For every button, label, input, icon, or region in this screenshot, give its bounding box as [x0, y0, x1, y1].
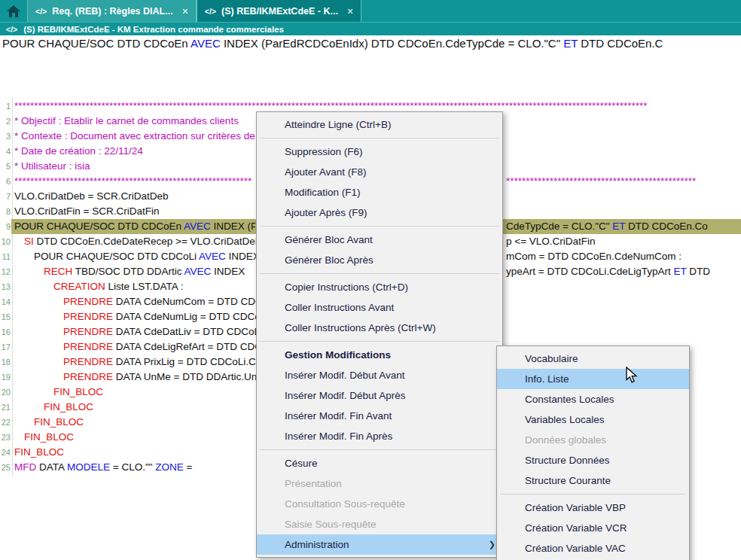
submenu-item-info-liste[interactable]: Info. Liste	[497, 369, 689, 389]
code-segment: ypeArt = DTD CDCoLi.CdeLigTypArt	[506, 266, 673, 277]
submenu-item-donnees-globales: Données globales	[497, 430, 689, 450]
menu-item-modification-f1[interactable]: Modification (F1)	[257, 182, 502, 202]
menu-item-label: Création Variable VBP	[525, 502, 626, 513]
menu-item-inserer-modif-fin-apres[interactable]: Insérer Modif. Fin Après	[257, 426, 502, 446]
code-segment: PRENDRE	[63, 326, 113, 337]
tabs-container: </>Req. (REB) : Règles DIAL...×</>(S) RE…	[27, 0, 361, 22]
submenu-item-creation-variable-vac[interactable]: Création Variable VAC	[497, 538, 689, 558]
menu-item-atteindre-ligne-ctrl-b[interactable]: Atteindre Ligne (Ctrl+B)	[257, 114, 502, 135]
line-number: 24	[0, 445, 11, 460]
code-segment: CREATION	[53, 281, 105, 292]
code-segment: MFD	[14, 461, 36, 473]
code-segment: Liste LST.DATA :	[105, 281, 184, 292]
line-number: 11	[0, 249, 11, 264]
code-segment: PRENDRE	[63, 341, 113, 352]
code-segment: POUR CHAQUE/SOC DTD CDCoLi	[34, 251, 199, 262]
line-number: 14	[0, 294, 11, 309]
menu-item-inserer-modif-debut-avant[interactable]: Insérer Modif. Début Avant	[257, 365, 502, 385]
code-segment: ET	[612, 221, 625, 232]
administration-submenu: VocabulaireInfo. ListeConstantes Locales…	[496, 345, 690, 560]
menu-item-copier-instructions-ctrl-d[interactable]: Copier Instructions (Ctrl+D)	[257, 277, 502, 297]
menu-item-inserer-modif-debut-apres[interactable]: Insérer Modif. Début Après	[257, 385, 502, 406]
code-icon: </>	[35, 7, 47, 16]
code-segment: p <= VLO.CriDatFin	[506, 236, 596, 247]
line-number: 5	[0, 159, 11, 174]
code-segment: ****************************************…	[14, 175, 252, 187]
submenu-item-structure-courante[interactable]: Structure Courante	[497, 470, 689, 491]
code-segment: AVEC	[184, 221, 211, 232]
code-segment: * Date de création : 22/11/24	[14, 145, 143, 157]
menu-item-suppression-f6[interactable]: Suppression (F6)	[257, 142, 502, 162]
code-segment: ET	[673, 266, 686, 277]
code-icon: </>	[6, 25, 17, 34]
app-window: </>Req. (REB) : Règles DIAL...×</>(S) RE…	[0, 0, 741, 560]
menu-item-generer-bloc-apres[interactable]: Générer Bloc Après	[257, 250, 502, 270]
menu-item-label: Saisie Sous-requête	[285, 519, 377, 530]
menu-item-label: Structure Données	[525, 455, 610, 466]
menu-item-label: Ajouter Avant (F8)	[285, 166, 367, 178]
home-button[interactable]	[0, 0, 27, 22]
menu-separator	[257, 270, 502, 277]
line-number: 21	[0, 400, 11, 415]
submenu-item-structure-donnees[interactable]: Structure Données	[497, 450, 689, 470]
menu-item-cesure[interactable]: Césure	[257, 453, 502, 473]
code-icon: </>	[205, 7, 216, 16]
line-number: 6	[0, 174, 11, 189]
menu-separator	[257, 338, 502, 345]
tab-2[interactable]: </>(S) REB/IKMExtCdeE - K...×	[197, 0, 361, 22]
menu-item-label: Ajouter Après (F9)	[285, 207, 367, 218]
code-segment: DTD CDCoEn.CdeDateRecep >= VLO.CriDatDeb	[34, 236, 261, 247]
menu-item-coller-instructions-apres-ctrl-w[interactable]: Coller Instructions Après (Ctrl+W)	[257, 318, 502, 338]
line-number: 22	[0, 415, 11, 430]
menu-item-label: Administration	[285, 539, 349, 550]
line-number: 25	[0, 460, 11, 475]
code-segment: mCom = DTD CDCoEn.CdeNumCom :	[506, 251, 682, 262]
menu-item-inserer-modif-fin-avant[interactable]: Insérer Modif. Fin Avant	[257, 406, 502, 426]
line-number: 16	[0, 324, 11, 339]
menu-item-label: Données globales	[525, 434, 606, 446]
submenu-item-variables-locales[interactable]: Variables Locales	[497, 409, 689, 430]
menu-item-gestion-modifications[interactable]: Gestion Modifications	[257, 345, 502, 365]
tab-bar: </>Req. (REB) : Règles DIAL...×</>(S) RE…	[0, 0, 741, 22]
menu-item-label: Insérer Modif. Fin Après	[285, 431, 392, 442]
code-segment: CdeTypCde = CLO."C"	[506, 221, 612, 232]
menu-item-label: Présentation	[285, 478, 342, 489]
code-segment: ZONE	[155, 461, 184, 473]
code-segment: FIN_BLOC	[14, 446, 64, 458]
submenu-item-creation-variable-vbp[interactable]: Création Variable VBP	[497, 498, 689, 518]
menu-item-generer-bloc-avant[interactable]: Générer Bloc Avant	[257, 230, 502, 250]
home-icon	[7, 5, 20, 17]
menu-item-label: Consultation Sous-requête	[285, 498, 405, 510]
menu-item-label: Coller Instructions Avant	[285, 302, 394, 313]
line-number: 1	[0, 99, 11, 114]
code-segment: SI	[24, 236, 34, 247]
document-header: </> (S) REB/IKMExtCdeE - KM Extraction c…	[0, 22, 741, 35]
code-segment: DTD CDCoEn.C	[578, 37, 663, 50]
code-segment: FIN_BLOC	[53, 386, 103, 397]
menu-item-label: Césure	[285, 458, 318, 469]
submenu-item-constantes-locales[interactable]: Constantes Locales	[497, 389, 689, 409]
line-number: 9	[0, 219, 11, 234]
line-number: 3	[0, 129, 11, 144]
submenu-item-vocabulaire[interactable]: Vocabulaire	[497, 348, 689, 369]
menu-item-ajouter-apres-f9[interactable]: Ajouter Après (F9)	[257, 202, 502, 223]
menu-separator	[497, 491, 689, 498]
submenu-item-creation-variable-vcr[interactable]: Création Variable VCR	[497, 518, 689, 538]
menu-item-label: Création Variable VCR	[525, 522, 627, 534]
code-segment: ET	[563, 37, 578, 50]
code-segment: PRENDRE	[63, 311, 113, 322]
menu-item-administration[interactable]: Administration❯	[257, 534, 502, 555]
menu-item-label: Création Variable VAC	[525, 543, 626, 554]
menu-item-saisie-sous-requete: Saisie Sous-requête	[257, 514, 502, 534]
menu-item-coller-instructions-avant[interactable]: Coller Instructions Avant	[257, 297, 502, 318]
code-segment: FIN_BLOC	[24, 431, 74, 443]
code-segment: =	[184, 461, 193, 473]
query-statement-line[interactable]: POUR CHAQUE/SOC DTD CDCoEn AVEC INDEX (P…	[0, 35, 741, 51]
menu-item-ajouter-avant-f8[interactable]: Ajouter Avant (F8)	[257, 162, 502, 182]
code-segment: FIN_BLOC	[44, 401, 93, 412]
code-segment: DATA	[36, 461, 67, 473]
close-tab-icon[interactable]: ×	[182, 5, 188, 17]
close-tab-icon[interactable]: ×	[347, 5, 353, 17]
tab-1[interactable]: </>Req. (REB) : Règles DIAL...×	[27, 0, 197, 22]
code-segment: AVEC	[199, 251, 226, 262]
